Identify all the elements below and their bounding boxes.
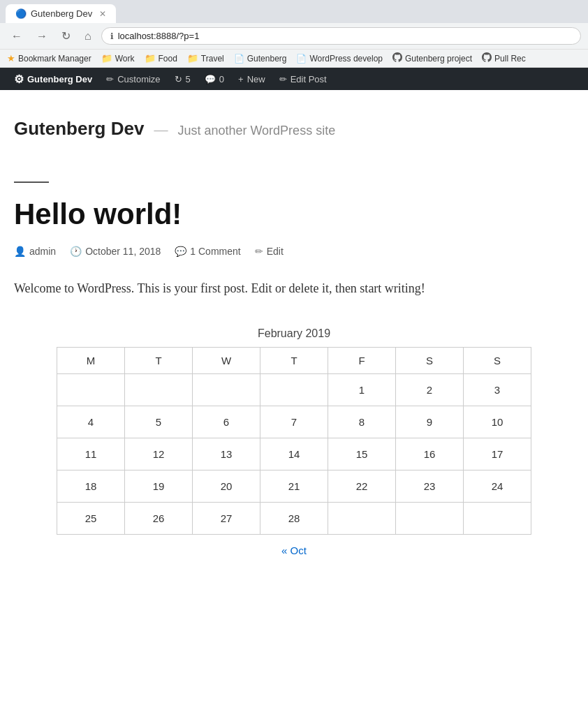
tab-bar: 🔵 Gutenberg Dev ✕	[0, 0, 588, 23]
lock-icon: ℹ	[110, 31, 114, 41]
post-date: 🕐 October 11, 2018	[70, 246, 161, 257]
calendar-row: 123	[57, 373, 531, 406]
calendar-cell[interactable]: 15	[328, 438, 396, 470]
bookmark-label: Work	[115, 54, 135, 64]
pencil-icon: ✏	[255, 246, 263, 257]
calendar-cell[interactable]: 5	[125, 406, 193, 438]
site-tagline: Just another WordPress site	[177, 124, 335, 138]
calendar-cell[interactable]: 4	[57, 406, 125, 438]
calendar-cell[interactable]: 2	[396, 373, 464, 406]
calendar-cell[interactable]: 13	[193, 438, 260, 470]
tab-title: Gutenberg Dev	[31, 8, 92, 19]
bookmark-label: Pull Rec	[494, 54, 526, 64]
refresh-button[interactable]: ↻	[57, 28, 75, 44]
active-tab[interactable]: 🔵 Gutenberg Dev ✕	[6, 4, 116, 23]
post-edit-link[interactable]: ✏ Edit	[255, 246, 284, 257]
tab-close-icon[interactable]: ✕	[99, 9, 106, 19]
calendar-cell[interactable]: 17	[464, 438, 531, 470]
calendar-cell	[464, 502, 531, 534]
site-title: Gutenberg Dev	[14, 118, 144, 140]
admin-bar-customize[interactable]: ✏ Customize	[99, 68, 167, 90]
bookmark-item-bookmark-manager[interactable]: ★ Bookmark Manager	[7, 53, 91, 64]
post-body: Welcome to WordPress. This is your first…	[14, 278, 574, 299]
calendar-cell[interactable]: 1	[328, 373, 396, 406]
admin-bar-site-name[interactable]: ⚙ Gutenberg Dev	[7, 68, 99, 90]
bookmark-item-gutenberg[interactable]: 📄 Gutenberg	[234, 54, 287, 64]
calendar-cell[interactable]: 3	[464, 373, 531, 406]
calendar-row: 45678910	[57, 406, 531, 438]
calendar-cell[interactable]: 21	[260, 470, 328, 502]
calendar-cell	[125, 373, 193, 406]
calendar-cell	[328, 502, 396, 534]
post-author: 👤 admin	[14, 246, 56, 257]
home-button[interactable]: ⌂	[80, 29, 96, 44]
folder-icon: 📁	[145, 53, 156, 64]
forward-button[interactable]: →	[32, 29, 52, 44]
calendar-cell[interactable]: 6	[193, 406, 260, 438]
post-comments[interactable]: 💬 1 Comment	[175, 246, 240, 257]
calendar-cell	[260, 373, 328, 406]
comments-icon: 💬	[205, 74, 216, 84]
date-text: October 11, 2018	[85, 246, 161, 257]
calendar-row: 11121314151617	[57, 438, 531, 470]
bookmarks-bar: ★ Bookmark Manager 📁 Work 📁 Food 📁 Trave…	[0, 49, 588, 67]
post-separator	[14, 181, 49, 183]
customize-icon: ✏	[106, 74, 114, 84]
calendar-day-header: F	[328, 347, 396, 373]
calendar-cell[interactable]: 24	[464, 470, 531, 502]
bookmark-item-work[interactable]: 📁 Work	[101, 53, 135, 64]
calendar-title: February 2019	[14, 327, 574, 340]
bookmark-item-food[interactable]: 📁 Food	[145, 53, 177, 64]
calendar-cell[interactable]: 12	[125, 438, 193, 470]
header-dash: —	[154, 122, 168, 138]
calendar-cell	[396, 502, 464, 534]
calendar-cell[interactable]: 16	[396, 438, 464, 470]
calendar-cell[interactable]: 20	[193, 470, 260, 502]
bookmark-item-wordpress-develop[interactable]: 📄 WordPress develop	[296, 54, 383, 64]
edit-label: Edit	[267, 246, 284, 257]
address-bar[interactable]: ℹ localhost:8888/?p=1	[101, 27, 581, 45]
bookmark-item-pull-rec[interactable]: Pull Rec	[482, 52, 526, 64]
admin-bar-new[interactable]: + New	[231, 68, 272, 90]
calendar-cell[interactable]: 7	[260, 406, 328, 438]
calendar-cell[interactable]: 23	[396, 470, 464, 502]
back-button[interactable]: ←	[7, 29, 27, 44]
calendar-cell[interactable]: 11	[57, 438, 125, 470]
calendar-cell[interactable]: 25	[57, 502, 125, 534]
calendar-cell[interactable]: 28	[260, 502, 328, 534]
calendar-cell[interactable]: 14	[260, 438, 328, 470]
calendar-cell[interactable]: 27	[193, 502, 260, 534]
calendar-cell[interactable]: 22	[328, 470, 396, 502]
admin-bar-updates[interactable]: ↻ 5	[168, 68, 198, 90]
calendar-cell[interactable]: 18	[57, 470, 125, 502]
bookmark-label: Travel	[201, 54, 224, 64]
bookmark-label: Gutenberg project	[405, 54, 472, 64]
author-name: admin	[29, 246, 56, 257]
updates-icon: ↻	[175, 74, 182, 84]
post-meta: 👤 admin 🕐 October 11, 2018 💬 1 Comment ✏…	[14, 246, 574, 257]
tab-favicon: 🔵	[15, 8, 27, 19]
calendar-table: MTWTFSS 12345678910111213141516171819202…	[57, 347, 531, 535]
calendar-cell[interactable]: 8	[328, 406, 396, 438]
wp-admin-bar: ⚙ Gutenberg Dev ✏ Customize ↻ 5 💬 0 + Ne…	[0, 68, 588, 90]
calendar-cell[interactable]: 9	[396, 406, 464, 438]
calendar-cell[interactable]: 10	[464, 406, 531, 438]
page-icon: 📄	[296, 54, 307, 64]
admin-bar-comments[interactable]: 💬 0	[198, 68, 231, 90]
calendar-day-header: S	[464, 347, 531, 373]
url-text: localhost:8888/?p=1	[118, 31, 572, 41]
admin-bar-edit-post[interactable]: ✏ Edit Post	[272, 68, 334, 90]
bookmark-label: Food	[159, 54, 177, 64]
calendar-cell[interactable]: 26	[125, 502, 193, 534]
post-text: Welcome to WordPress. This is your first…	[14, 278, 574, 299]
page-content: Gutenberg Dev — Just another WordPress s…	[0, 90, 588, 627]
calendar-cell	[193, 373, 260, 406]
calendar-cell[interactable]: 19	[125, 470, 193, 502]
calendar-day-header: S	[396, 347, 464, 373]
plus-icon: +	[238, 74, 244, 84]
prev-month-link[interactable]: « Oct	[281, 544, 307, 556]
calendar: February 2019 MTWTFSS 123456789101112131…	[14, 327, 574, 557]
site-header: Gutenberg Dev — Just another WordPress s…	[14, 118, 574, 140]
bookmark-item-travel[interactable]: 📁 Travel	[187, 53, 224, 64]
bookmark-item-gutenberg-project[interactable]: Gutenberg project	[392, 52, 472, 64]
